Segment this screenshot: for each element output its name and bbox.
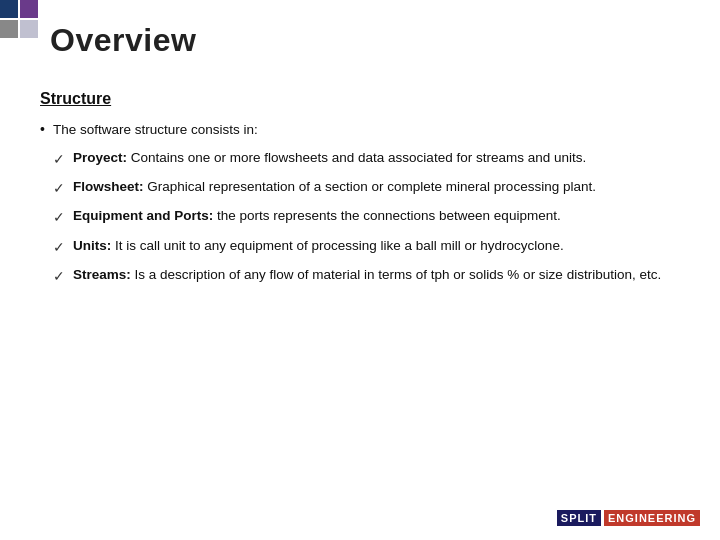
check-icon: ✓ — [53, 207, 65, 227]
page-title: Overview — [50, 22, 196, 59]
list-item: ✓ Proyect: Contains one or more flowshee… — [53, 148, 661, 169]
item-label: Streams: — [73, 267, 131, 282]
item-label: Flowsheet: — [73, 179, 144, 194]
content-area: Structure • The software structure consi… — [40, 90, 680, 480]
check-icon: ✓ — [53, 237, 65, 257]
list-item: ✓ Units: It is call unit to any equipmen… — [53, 236, 661, 257]
bullet-icon: • — [40, 121, 45, 137]
item-description: Contains one or more flowsheets and data… — [131, 150, 587, 165]
corner-decoration — [0, 0, 40, 40]
list-item: ✓ Flowsheet: Graphical representation of… — [53, 177, 661, 198]
check-icon: ✓ — [53, 266, 65, 286]
item-description: It is call unit to any equipment of proc… — [115, 238, 564, 253]
item-description: the ports represents the connections bet… — [217, 208, 561, 223]
item-text: Streams: Is a description of any flow of… — [73, 265, 661, 285]
item-label: Proyect: — [73, 150, 127, 165]
logo-engineering-box: ENGINEERING — [604, 510, 700, 526]
sub-list: ✓ Proyect: Contains one or more flowshee… — [53, 148, 661, 286]
item-text: Equipment and Ports: the ports represent… — [73, 206, 661, 226]
list-item: ✓ Equipment and Ports: the ports represe… — [53, 206, 661, 227]
item-label: Units: — [73, 238, 111, 253]
item-label: Equipment and Ports: — [73, 208, 213, 223]
intro-text: The software structure consists in: — [53, 122, 258, 137]
logo: SPLIT ENGINEERING — [557, 510, 700, 526]
list-item: ✓ Streams: Is a description of any flow … — [53, 265, 661, 286]
logo-split-box: SPLIT — [557, 510, 601, 526]
check-icon: ✓ — [53, 178, 65, 198]
structure-heading: Structure — [40, 90, 680, 108]
item-text: Units: It is call unit to any equipment … — [73, 236, 661, 256]
item-description: Is a description of any flow of material… — [134, 267, 661, 282]
item-text: Flowsheet: Graphical representation of a… — [73, 177, 661, 197]
check-icon: ✓ — [53, 149, 65, 169]
item-description: Graphical representation of a section or… — [147, 179, 596, 194]
intro-bullet-item: • The software structure consists in: ✓ … — [40, 120, 680, 294]
item-text: Proyect: Contains one or more flowsheets… — [73, 148, 661, 168]
